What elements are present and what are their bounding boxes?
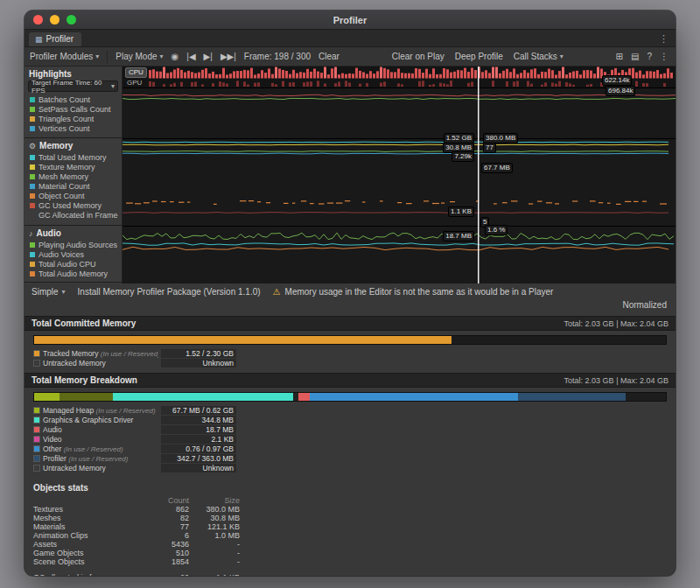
title-bar: Profiler <box>24 10 676 30</box>
counter-playing-audio-sources[interactable]: Playing Audio Sources <box>24 240 122 249</box>
legend-row-untracked-memory: Untracked Memory Unknown <box>33 358 667 368</box>
counter-mesh-memory[interactable]: Mesh Memory <box>24 172 122 181</box>
module-header-memory[interactable]: ⚙ Memory <box>24 138 122 152</box>
clear-button[interactable]: Clear <box>318 52 340 61</box>
counter-label: Batches Count <box>38 95 90 104</box>
committed-memory-totals: Total: 2.03 GB | Max: 2.04 GB <box>564 319 668 328</box>
legend-label: Managed Heap <box>43 406 94 415</box>
counter-total-audio-cpu[interactable]: Total Audio CPU <box>24 259 122 269</box>
tab-profiler[interactable]: ▦ Profiler <box>29 32 81 46</box>
stat-label: Assets <box>33 540 149 549</box>
stats-row-meshes: Meshes 82 30.8 MB <box>33 514 667 522</box>
memory-view-label: Simple <box>32 287 59 297</box>
layout-icon[interactable]: ⊞ <box>616 52 623 61</box>
tab-bar: ▦ Profiler ⋮ <box>24 30 676 47</box>
previous-frame-icon[interactable]: |◀ <box>186 52 195 61</box>
deep-profile-toggle[interactable]: Deep Profile <box>455 52 503 61</box>
profiler-chart-canvas[interactable] <box>122 66 676 284</box>
counter-total-audio-memory[interactable]: Total Audio Memory <box>24 269 122 278</box>
toolbar-separator <box>107 51 108 63</box>
call-stacks-dropdown[interactable]: Call Stacks ▾ <box>514 52 564 61</box>
legend-sublabel: (In use / Reserved) <box>68 455 128 463</box>
counter-material-count[interactable]: Material Count <box>24 181 122 191</box>
legend-swatch <box>33 445 40 452</box>
segment-other <box>310 393 518 401</box>
clear-on-play-toggle[interactable]: Clear on Play <box>392 52 444 61</box>
count-column-header: Count <box>149 496 189 505</box>
counter-batches-count[interactable]: Batches Count <box>24 94 122 104</box>
profiler-charts[interactable]: CPU GPU 622.14k 696.84k 1.52 GB 380.0 MB… <box>122 66 676 284</box>
record-icon[interactable]: ◉ <box>172 52 179 61</box>
counter-triangles-count[interactable]: Triangles Count <box>24 114 122 123</box>
stats-row-materials: Materials 77 121.1 KB <box>33 522 667 531</box>
legend-sublabel: (In use / Reserved) <box>64 445 123 453</box>
stat-size: - <box>189 549 240 557</box>
modules-sidebar: Highlights Target Frame Time: 60 FPS ▾ B… <box>24 66 122 284</box>
series-color-swatch <box>30 126 35 131</box>
chart-value-badge: 1.6 % <box>485 225 508 235</box>
chart-value-badge: 7.29k <box>452 151 474 162</box>
module-header-audio[interactable]: ♪ Audio <box>24 226 122 240</box>
stat-label: Materials <box>33 522 149 531</box>
stats-row-scene-objects: Scene Objects 1854 - <box>33 557 667 566</box>
counter-label: Total Audio Memory <box>38 270 108 278</box>
legend-value: 0.76 / 0.97 GB <box>161 444 236 453</box>
list-view-icon[interactable]: ▤ <box>631 52 639 61</box>
more-menu-icon[interactable]: ⋮ <box>660 52 668 61</box>
stat-count: 510 <box>149 549 189 557</box>
series-color-swatch <box>30 174 35 179</box>
series-color-swatch <box>30 271 35 276</box>
profiler-modules-label: Profiler Modules <box>30 52 93 61</box>
counter-setpass-calls-count[interactable]: SetPass Calls Count <box>24 104 122 114</box>
legend-row-untracked: Untracked Memory Unknown <box>33 463 667 472</box>
cpu-timeline-toggle[interactable]: CPU <box>125 67 147 78</box>
counter-total-used-memory[interactable]: Total Used Memory <box>24 152 122 162</box>
legend-swatch <box>33 455 40 462</box>
stat-count: 1854 <box>149 557 189 566</box>
legend-label: Untracked Memory <box>43 464 106 472</box>
gpu-timeline-toggle[interactable]: GPU <box>127 79 142 88</box>
counter-object-count[interactable]: Object Count <box>24 191 122 200</box>
legend-swatch <box>33 426 40 433</box>
series-color-swatch <box>30 155 35 160</box>
memory-view-dropdown[interactable]: Simple ▾ <box>32 287 66 297</box>
series-color-swatch <box>30 184 35 189</box>
counter-vertices-count[interactable]: Vertices Count <box>24 123 122 133</box>
current-frame-icon[interactable]: ▶▶| <box>220 52 236 61</box>
counter-label: GC Used Memory <box>38 201 102 210</box>
legend-row-tracked-memory: Tracked Memory (In use / Reserved) 1.52 … <box>33 348 667 358</box>
call-stacks-label: Call Stacks <box>514 52 557 61</box>
normalized-toggle[interactable]: Normalized <box>622 300 667 310</box>
section-title: Total Memory Breakdown <box>32 375 137 385</box>
counter-gc-used-memory[interactable]: GC Used Memory <box>24 200 122 210</box>
tab-menu-icon[interactable]: ⋮ <box>659 33 676 46</box>
counter-label: Texture Memory <box>38 163 95 172</box>
legend-row-video: Video 2.1 KB <box>33 434 667 444</box>
play-mode-label: Play Mode <box>116 52 157 61</box>
stat-size: 1.0 MB <box>189 531 240 540</box>
install-memory-profiler-link[interactable]: Install Memory Profiler Package (Version… <box>78 287 261 297</box>
stat-size: 380.0 MB <box>189 505 240 514</box>
target-frame-time-dropdown[interactable]: Target Frame Time: 60 FPS ▾ <box>28 80 118 92</box>
chart-tab-icon: ▦ <box>35 35 43 44</box>
play-mode-dropdown[interactable]: Play Mode ▾ <box>116 52 163 61</box>
counter-texture-memory[interactable]: Texture Memory <box>24 162 122 172</box>
counter-gc-allocated-in-frame[interactable]: GC Allocated in Frame <box>24 210 122 220</box>
legend-label: Profiler <box>43 454 66 463</box>
legend-row-managed-heap: Managed Heap (In use / Reserved) 67.7 MB… <box>33 405 667 415</box>
next-frame-icon[interactable]: ▶| <box>204 52 213 61</box>
legend-swatch <box>33 407 40 414</box>
legend-sublabel: (In use / Reserved) <box>101 350 158 358</box>
stats-row-animation-clips: Animation Clips 6 1.0 MB <box>33 531 667 540</box>
module-title: Audio <box>37 228 61 238</box>
profiler-modules-dropdown[interactable]: Profiler Modules ▾ <box>30 52 99 61</box>
chevron-down-icon: ▾ <box>160 52 164 60</box>
legend-swatch <box>33 350 40 357</box>
editor-memory-warning: ⚠ Memory usage in the Editor is not the … <box>273 287 554 297</box>
counter-label: Audio Voices <box>38 250 84 259</box>
help-icon[interactable]: ? <box>647 52 652 61</box>
counter-label: Vertices Count <box>38 124 90 133</box>
counter-audio-voices[interactable]: Audio Voices <box>24 249 122 259</box>
memory-details-panel: Simple ▾ Install Memory Profiler Package… <box>24 284 676 576</box>
stat-label: Textures <box>33 505 149 514</box>
